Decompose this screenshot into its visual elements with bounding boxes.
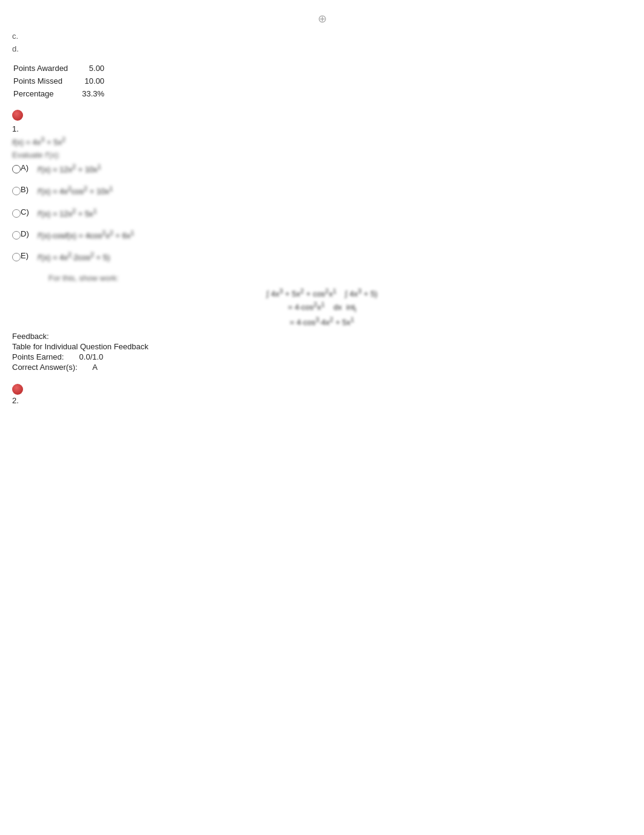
letter-c: c. [12,30,19,43]
points-earned-value: 0.0/1.0 [79,352,104,361]
summary-table: Points Awarded 5.00 Points Missed 10.00 … [12,62,112,100]
feedback-section: Feedback: Table for Individual Question … [12,332,632,372]
feedback-table-label: Table for Individual Question Feedback [12,342,149,351]
question-1-dot [12,110,23,121]
option-c-formula: f'(x) = 12x2 + 5x1 [38,207,97,218]
percentage-label: Percentage [12,87,75,100]
option-e-label: E) [21,251,33,260]
question-1-section: 1. f(x) = 4x3 + 5x2 Evaluate f'(x): A) f… [12,110,632,372]
option-c: C) f'(x) = 12x2 + 5x1 [12,207,632,218]
points-missed-label: Points Missed [12,75,75,87]
for-this-show-title: For this, show work: [49,273,632,283]
radio-a[interactable] [12,165,21,173]
top-center: ⊕ [12,12,632,25]
feedback-label: Feedback: [12,332,49,341]
question-2-number: 2. [12,396,632,405]
radio-c[interactable] [12,209,21,218]
option-d-label: D) [21,229,33,238]
radio-b[interactable] [12,187,21,195]
solution-line-3: = 4·cos3·4x2 + 5x1 [12,316,632,327]
solution-formulas: ∫ 4x3 + 5x2 + cos2x1 ∫ 4x3 + 5) = 4·cos2… [12,287,632,327]
points-awarded-row: Points Awarded 5.00 [12,62,112,75]
option-d: D) f'(x)·cosf(x) = 4cos2x2 + 6x1 [12,229,632,240]
option-b-label: B) [21,185,33,194]
solution-line-2: = 4·cos2x1 dx intl [12,301,632,314]
option-a-label: A) [21,163,33,172]
points-missed-row: Points Missed 10.00 [12,75,112,87]
question-1-find: Evaluate f'(x): [12,150,632,159]
points-awarded-label: Points Awarded [12,62,75,75]
option-d-formula: f'(x)·cosf(x) = 4cos2x2 + 6x1 [38,229,134,240]
top-icon: ⊕ [318,12,327,25]
option-c-label: C) [21,207,33,216]
question-2-section: 2. [12,384,632,405]
question-1-number: 1. [12,124,632,133]
question-2-dot [12,384,23,395]
top-area: ⊕ c. d. [12,12,632,56]
correct-answer-value: A [92,363,98,372]
correct-answer-row: Correct Answer(s): A [12,363,632,372]
question-1-text: f(x) = 4x3 + 5x2 [12,136,632,147]
radio-e[interactable] [12,253,21,261]
top-letters: c. d. [12,30,19,56]
points-earned-row: Points Earned: 0.0/1.0 [12,352,632,361]
points-missed-value: 10.00 [75,75,112,87]
feedback-table-label-row: Table for Individual Question Feedback [12,342,632,351]
correct-answer-label: Correct Answer(s): [12,363,78,372]
points-awarded-value: 5.00 [75,62,112,75]
option-e-formula: f'(x) = 4x2·2cos2 + 5) [38,251,110,262]
percentage-value: 33.3% [75,87,112,100]
feedback-label-row: Feedback: [12,332,632,341]
solution-line-1: ∫ 4x3 + 5x2 + cos2x1 ∫ 4x3 + 5) [12,287,632,298]
option-a-formula: f'(x) = 12x2 + 10x1 [38,163,101,174]
percentage-row: Percentage 33.3% [12,87,112,100]
radio-d[interactable] [12,231,21,240]
points-earned-label: Points Earned: [12,352,64,361]
option-b-formula: f'(x) = 4x2cos2 + 10x1 [38,185,113,196]
letter-d: d. [12,43,19,56]
option-b: B) f'(x) = 4x2cos2 + 10x1 [12,185,632,196]
option-e: E) f'(x) = 4x2·2cos2 + 5) [12,251,632,262]
option-a: A) f'(x) = 12x2 + 10x1 [12,163,632,174]
